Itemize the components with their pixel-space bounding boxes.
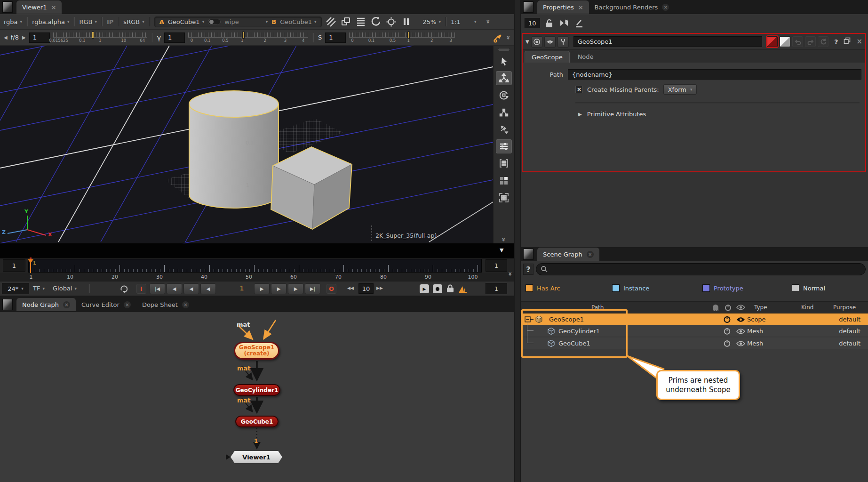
- eye-icon[interactable]: [736, 316, 745, 324]
- close-icon[interactable]: ×: [662, 4, 669, 11]
- play-button[interactable]: ▶: [254, 283, 270, 294]
- set-out-point-button[interactable]: O: [326, 284, 336, 294]
- overflow-chevron-icon[interactable]: »: [504, 35, 512, 40]
- power-icon[interactable]: [723, 339, 731, 349]
- slider-handle[interactable]: [407, 32, 410, 39]
- create-missing-parents-dropdown[interactable]: Xform▾: [663, 84, 697, 95]
- node-viewer1[interactable]: Viewer1: [231, 451, 282, 463]
- aperture-icon[interactable]: [385, 16, 397, 27]
- eyedropper-icon[interactable]: [491, 32, 503, 43]
- pane-menu-icon[interactable]: [523, 249, 534, 260]
- power-icon[interactable]: [723, 315, 731, 325]
- exposure-prev-icon[interactable]: ◀: [4, 35, 8, 40]
- wipe-mode-dropdown[interactable]: wipe▾: [224, 18, 268, 25]
- flipbook-play-icon[interactable]: ▶: [420, 284, 429, 293]
- lock-icon[interactable]: [543, 17, 555, 29]
- transform-tool-icon[interactable]: [496, 122, 512, 137]
- range-scope-dropdown[interactable]: Global▾: [53, 285, 77, 292]
- tab-scene-graph[interactable]: Scene Graph×: [537, 248, 599, 261]
- help-icon[interactable]: ?: [834, 38, 838, 46]
- node-name-field[interactable]: GeoScope1: [573, 36, 763, 47]
- increment-button[interactable]: ▶▶: [376, 286, 383, 290]
- layout-grid-icon[interactable]: [496, 156, 512, 170]
- current-frame-field[interactable]: 1: [232, 284, 251, 292]
- tab-dope-sheet[interactable]: Dope Sheet×: [136, 298, 195, 311]
- ip-button[interactable]: IP: [107, 18, 113, 25]
- go-to-end-button[interactable]: ▶|: [305, 283, 320, 294]
- decrement-button[interactable]: ◀◀: [347, 286, 354, 290]
- eye-icon[interactable]: [736, 328, 745, 336]
- disclosure-icon[interactable]: ▼: [526, 39, 529, 44]
- gamma-value[interactable]: 1: [164, 32, 185, 43]
- node-color-swatch[interactable]: [767, 36, 778, 47]
- frame-view-icon[interactable]: [496, 191, 512, 205]
- properties-frame-field[interactable]: 10: [525, 18, 540, 28]
- close-icon[interactable]: ×: [856, 38, 862, 45]
- pane-menu-icon[interactable]: [523, 1, 534, 13]
- scanlines-icon[interactable]: [355, 16, 367, 27]
- eye-icon[interactable]: [736, 340, 745, 348]
- clear-edits-icon[interactable]: [558, 17, 570, 29]
- frame-increment-field[interactable]: 10: [358, 283, 374, 294]
- a-node-dropdown[interactable]: GeoCube1▾: [168, 18, 204, 25]
- timeline-end-field[interactable]: 1: [486, 259, 507, 272]
- viewport-3d[interactable]: 0.1 1 Y X Z 2K_Super_35(full-ap): [0, 46, 493, 243]
- node-geocube1[interactable]: GeoCube1: [235, 416, 279, 427]
- a-buffer-label[interactable]: A: [159, 18, 164, 25]
- eye-icon[interactable]: [736, 304, 745, 312]
- play-backward-button[interactable]: ◀: [200, 283, 216, 294]
- wrench-icon[interactable]: [557, 36, 569, 48]
- refresh-icon[interactable]: [370, 16, 382, 27]
- expander-icon[interactable]: ▶: [578, 112, 582, 117]
- wipe-toggle[interactable]: [208, 19, 221, 25]
- timeline-overflow-chevron-icon[interactable]: »: [507, 272, 514, 276]
- checkbox-checked[interactable]: ×: [575, 86, 583, 93]
- power-icon[interactable]: [723, 327, 731, 337]
- default-color-swatch[interactable]: [780, 36, 790, 47]
- slider-handle[interactable]: [242, 32, 245, 39]
- tab-curve-editor[interactable]: Curve Editor×: [76, 298, 136, 311]
- snap-settings-icon[interactable]: [496, 139, 512, 153]
- saturation-value[interactable]: 1: [325, 32, 346, 43]
- tab-geoscope[interactable]: GeoScope: [525, 51, 570, 63]
- edit-pencil-icon[interactable]: [573, 17, 585, 29]
- wipe-pattern-icon[interactable]: [325, 16, 337, 27]
- path-input[interactable]: {nodename}: [568, 69, 861, 80]
- close-icon[interactable]: ×: [51, 4, 56, 10]
- close-icon[interactable]: ×: [63, 301, 70, 308]
- help-button[interactable]: ?: [523, 264, 534, 275]
- select-tool-icon[interactable]: [496, 54, 512, 68]
- translate-tool-icon[interactable]: [496, 71, 512, 85]
- close-icon[interactable]: ×: [587, 251, 594, 258]
- scale-tool-icon[interactable]: [496, 105, 512, 119]
- ghost-icon[interactable]: [712, 304, 720, 313]
- view-node-icon[interactable]: [531, 36, 542, 48]
- b-buffer-label[interactable]: B: [271, 18, 276, 25]
- node-geoscope1[interactable]: GeoScope1 (create): [234, 342, 279, 360]
- slider-handle[interactable]: [92, 32, 94, 39]
- close-icon[interactable]: ×: [182, 301, 189, 308]
- tab-properties[interactable]: Properties×: [537, 0, 589, 14]
- column-kind[interactable]: Kind: [801, 304, 813, 311]
- step-forward-button[interactable]: ▶: [271, 283, 287, 294]
- transport-frame-field[interactable]: 1: [486, 283, 507, 294]
- step-back-button[interactable]: ◀: [183, 283, 199, 294]
- layers-icon[interactable]: [340, 16, 352, 27]
- tab-background-renders[interactable]: Background Renders×: [589, 0, 675, 14]
- lock-icon[interactable]: [446, 284, 454, 295]
- search-input[interactable]: [536, 263, 866, 275]
- tf-dropdown[interactable]: TF▾: [33, 285, 45, 292]
- exposure-slider[interactable]: 0.0156250.111064: [53, 31, 147, 44]
- channel-dropdown[interactable]: rgba▾: [4, 18, 22, 25]
- node-geocylinder1[interactable]: GeoCylinder1: [233, 384, 280, 396]
- column-type[interactable]: Type: [754, 304, 767, 311]
- power-icon[interactable]: [724, 304, 732, 313]
- gamma-slider[interactable]: 00.10.51234: [188, 31, 308, 44]
- fps-dropdown[interactable]: 24*▾: [2, 283, 29, 294]
- display-mode-dropdown[interactable]: RGB▾: [79, 18, 97, 25]
- colorspace-dropdown[interactable]: sRGB▾: [123, 18, 144, 25]
- pane-menu-icon[interactable]: [2, 299, 13, 310]
- vertical-splitter[interactable]: [514, 0, 521, 482]
- tool-drawer-handle[interactable]: [498, 48, 510, 51]
- set-in-point-button[interactable]: I: [136, 284, 146, 294]
